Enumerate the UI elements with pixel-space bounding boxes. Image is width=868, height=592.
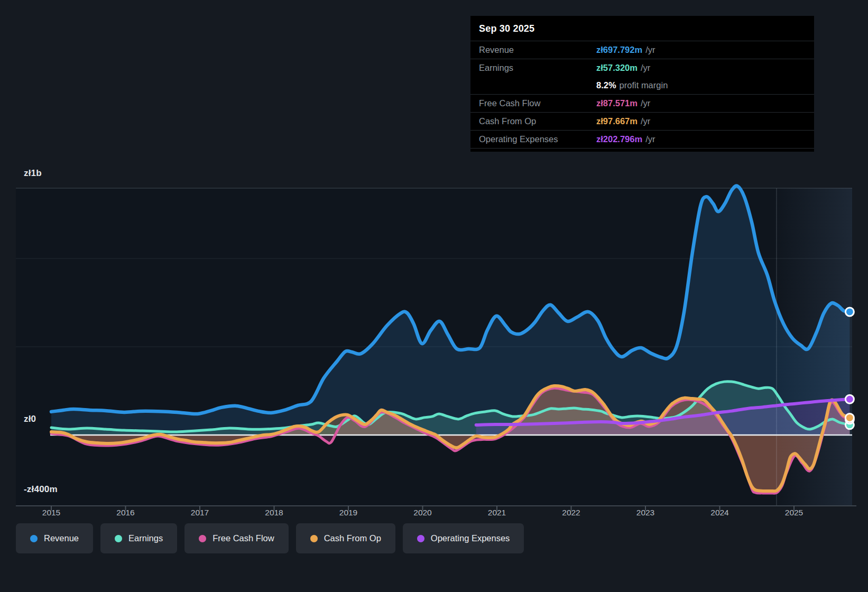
tooltip-row-cash-from-op: Cash From Opzł97.667m/yr [470,112,814,130]
x-axis-labels: 2015201620172018201920202021202220232024… [0,508,868,521]
hover-highlight-band [773,188,852,506]
tooltip-rows: Revenuezł697.792m/yrEarningszł57.320m/yr… [470,41,814,149]
legend-item-label: Operating Expenses [431,533,510,543]
legend-item-free-cash-flow[interactable]: Free Cash Flow [184,523,288,553]
legend-item-label: Revenue [44,533,79,543]
tooltip-row-earnings: Earningszł57.320m/yr [470,59,814,77]
x-axis-label-2017: 2017 [191,508,209,517]
legend-dot-icon [30,535,38,542]
legend-dot-icon [115,535,122,542]
y-axis-label-neg400m: -zł400m [24,484,58,495]
tooltip-row-suffix: /yr [641,63,650,73]
tooltip-row-label: Earnings [479,63,596,73]
tooltip-row-value: zł97.667m [596,116,638,126]
x-axis-label-2015: 2015 [42,508,60,517]
tooltip-row-suffix: /yr [645,45,655,55]
tooltip-row-value: zł697.792m [596,45,642,55]
chart-tooltip: Sep 30 2025 Revenuezł697.792m/yrEarnings… [470,16,814,152]
legend-dot-icon [417,535,424,542]
legend-item-earnings[interactable]: Earnings [100,523,177,553]
tooltip-row-value: zł87.571m [596,98,638,108]
x-axis-label-2022: 2022 [562,508,580,517]
tooltip-row-suffix: /yr [641,116,650,126]
tooltip-row-free-cash-flow: Free Cash Flowzł87.571m/yr [470,94,814,112]
tooltip-row-label: Cash From Op [479,116,596,126]
tooltip-row-operating-expenses: Operating Expenseszł202.796m/yr [470,130,814,149]
legend-dot-icon [310,535,318,542]
tooltip-row-label: Revenue [479,45,596,55]
legend-item-label: Free Cash Flow [213,533,274,543]
legend-item-label: Earnings [128,533,163,543]
y-axis-label-zero: zł0 [24,414,36,424]
tooltip-row-profit-margin: 8.2%profit margin [470,77,814,94]
legend-item-label: Cash From Op [324,533,381,543]
tooltip-row-suffix: profit margin [620,80,668,90]
y-axis-label-1b: zł1b [24,168,42,179]
tooltip-date: Sep 30 2025 [470,16,814,41]
legend-item-cash-from-op[interactable]: Cash From Op [296,523,395,553]
legend-item-operating-expenses[interactable]: Operating Expenses [403,523,524,553]
x-axis-label-2016: 2016 [116,508,134,517]
legend-item-revenue[interactable]: Revenue [16,523,93,553]
x-axis-label-2019: 2019 [339,508,357,517]
page-root: { "tooltip": { "date": "Sep 30 2025", "r… [0,0,868,592]
tooltip-row-value: zł57.320m [596,63,638,73]
x-axis-label-2025: 2025 [785,508,803,517]
tooltip-row-label: Operating Expenses [479,134,596,144]
chart-legend: RevenueEarningsFree Cash FlowCash From O… [16,523,524,553]
x-axis-label-2018: 2018 [265,508,283,517]
tooltip-row-value: 8.2% [596,80,616,90]
x-axis-label-2021: 2021 [488,508,506,517]
x-axis-label-2024: 2024 [710,508,728,517]
end-dot-operating-expenses [845,395,854,403]
tooltip-row-label: Free Cash Flow [479,98,596,108]
tooltip-row-revenue: Revenuezł697.792m/yr [470,41,814,59]
tooltip-row-suffix: /yr [641,98,650,108]
legend-dot-icon [199,535,206,542]
x-axis-label-2023: 2023 [636,508,654,517]
tooltip-row-value: zł202.796m [596,134,642,144]
end-dot-revenue [845,308,854,316]
tooltip-row-suffix: /yr [645,134,655,144]
end-dot-cash-from-op [845,413,854,422]
x-axis-label-2020: 2020 [413,508,431,517]
